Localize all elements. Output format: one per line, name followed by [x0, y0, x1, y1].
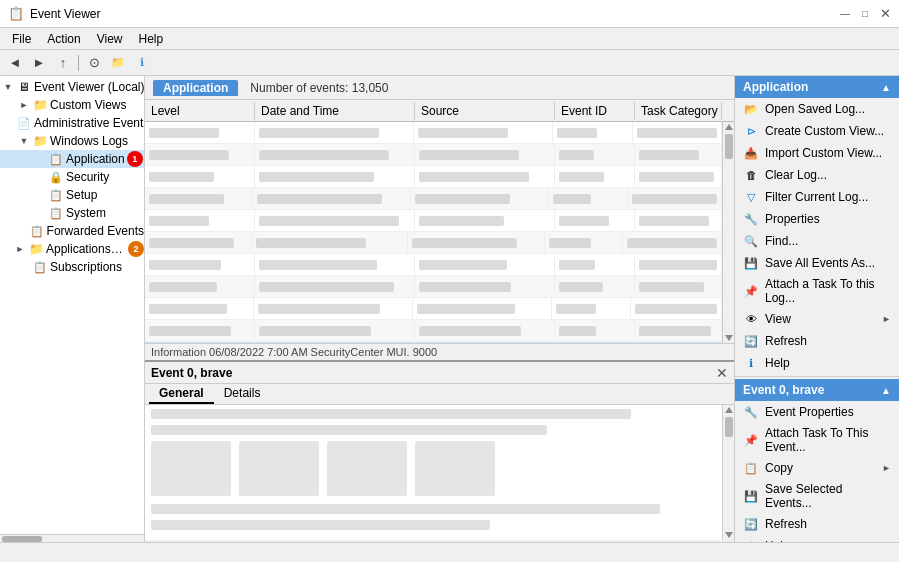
table-row[interactable] — [145, 188, 722, 210]
save-selected-icon: 💾 — [743, 488, 759, 504]
action-label: Help — [765, 356, 891, 370]
cell-source — [411, 188, 549, 209]
up-button[interactable]: ↑ — [52, 53, 74, 73]
forward-button[interactable]: ► — [28, 53, 50, 73]
action-attach-task-event[interactable]: 📌 Attach Task To This Event... — [735, 423, 899, 457]
action-open-saved[interactable]: 📂 Open Saved Log... — [735, 98, 899, 120]
action-help[interactable]: ℹ Help — [735, 352, 899, 374]
table-row[interactable] — [145, 232, 722, 254]
detail-scroll-up[interactable] — [725, 407, 733, 413]
folder-icon: 📁 — [32, 97, 48, 113]
cell-eventid — [555, 276, 635, 297]
action-filter-current[interactable]: ▽ Filter Current Log... — [735, 186, 899, 208]
action-help2[interactable]: ℹ Help ► — [735, 535, 899, 542]
table-row[interactable] — [145, 254, 722, 276]
folder-button[interactable]: 📁 — [107, 53, 129, 73]
table-row[interactable] — [145, 122, 722, 144]
cell-source — [413, 298, 552, 319]
action-copy[interactable]: 📋 Copy ► — [735, 457, 899, 479]
cell-source — [414, 122, 553, 143]
tree-item-security[interactable]: 🔒 Security — [0, 168, 144, 186]
action-import-custom[interactable]: 📥 Import Custom View... — [735, 142, 899, 164]
table-body[interactable] — [145, 122, 722, 343]
tree-item-setup[interactable]: 📋 Setup — [0, 186, 144, 204]
actions-collapse-icon[interactable]: ▲ — [881, 82, 891, 93]
tree-item-windows-logs[interactable]: ▼ 📁 Windows Logs — [0, 132, 144, 150]
minimize-button[interactable]: — — [839, 8, 851, 20]
detail-header: Event 0, brave ✕ — [145, 362, 734, 384]
blur-line-1 — [151, 409, 631, 419]
back-button[interactable]: ◄ — [4, 53, 26, 73]
tree-item-root[interactable]: ▼ 🖥 Event Viewer (Local) — [0, 78, 144, 96]
table-row[interactable] — [145, 210, 722, 232]
cell-eventid — [555, 166, 635, 187]
action-view[interactable]: 👁 View ► — [735, 308, 899, 330]
col-level-header[interactable]: Level — [145, 102, 255, 120]
action-event-properties[interactable]: 🔧 Event Properties — [735, 401, 899, 423]
action-refresh[interactable]: 🔄 Refresh — [735, 330, 899, 352]
info-button[interactable]: ℹ — [131, 53, 153, 73]
action-save-all[interactable]: 💾 Save All Events As... — [735, 252, 899, 274]
tree-item-application[interactable]: 📋 Application 1 — [0, 150, 144, 168]
col-source-header[interactable]: Source — [415, 102, 555, 120]
cell-task — [635, 166, 722, 187]
tree-horizontal-scrollbar[interactable] — [0, 534, 144, 542]
actions-section-event: Event 0, brave ▲ — [735, 379, 899, 401]
tree-item-system[interactable]: 📋 System — [0, 204, 144, 222]
tree-item-admin-events[interactable]: 📄 Administrative Events — [0, 114, 144, 132]
table-row[interactable] — [145, 144, 722, 166]
menu-file[interactable]: File — [4, 30, 39, 48]
action-clear-log[interactable]: 🗑 Clear Log... — [735, 164, 899, 186]
col-task-header[interactable]: Task Category — [635, 102, 722, 120]
col-eventid-header[interactable]: Event ID — [555, 102, 635, 120]
action-find[interactable]: 🔍 Find... — [735, 230, 899, 252]
maximize-button[interactable]: □ — [859, 8, 871, 20]
action-label: Copy — [765, 461, 876, 475]
cell-level — [145, 144, 255, 165]
cell-task — [633, 122, 722, 143]
action-properties[interactable]: 🔧 Properties — [735, 208, 899, 230]
menu-view[interactable]: View — [89, 30, 131, 48]
target-button[interactable]: ⊙ — [83, 53, 105, 73]
tab-details[interactable]: Details — [214, 384, 271, 404]
info-text: Information 06/08/2022 7:00 AM SecurityC… — [151, 346, 437, 358]
action-refresh2[interactable]: 🔄 Refresh — [735, 513, 899, 535]
center-panel: Application Number of events: 13,050 Lev… — [145, 76, 734, 542]
window-title: Event Viewer — [30, 7, 100, 21]
col-datetime-header[interactable]: Date and Time — [255, 102, 415, 120]
table-row-selected[interactable] — [145, 342, 722, 343]
tree-item-subscriptions[interactable]: 📋 Subscriptions — [0, 258, 144, 276]
detail-vertical-scrollbar[interactable] — [722, 405, 734, 540]
menu-bar: File Action View Help — [0, 28, 899, 50]
action-attach-task-log[interactable]: 📌 Attach a Task To this Log... — [735, 274, 899, 308]
actions-section-label: Application — [743, 80, 808, 94]
action-save-selected[interactable]: 💾 Save Selected Events... — [735, 479, 899, 513]
tree-label: Administrative Events — [34, 116, 144, 130]
detail-panel: Event 0, brave ✕ General Details — [145, 360, 734, 540]
detail-close-button[interactable]: ✕ — [716, 366, 728, 380]
scroll-down-arrow[interactable] — [725, 335, 733, 341]
scroll-up-arrow[interactable] — [725, 124, 733, 130]
menu-action[interactable]: Action — [39, 30, 88, 48]
arrow-icon — [13, 223, 29, 239]
table-row[interactable] — [145, 276, 722, 298]
tree-item-apps-services[interactable]: ► 📁 Applications and Services Lo 2 — [0, 240, 144, 258]
menu-help[interactable]: Help — [131, 30, 172, 48]
cell-task — [635, 210, 722, 231]
cell-source — [415, 276, 555, 297]
view-icon: 👁 — [743, 311, 759, 327]
close-button[interactable]: ✕ — [879, 8, 891, 20]
detail-scroll-down[interactable] — [725, 532, 733, 538]
table-vertical-scrollbar[interactable] — [722, 122, 734, 343]
tree-item-forwarded[interactable]: 📋 Forwarded Events — [0, 222, 144, 240]
table-row[interactable] — [145, 320, 722, 342]
cell-eventid — [545, 232, 623, 253]
action-create-custom[interactable]: ⊳ Create Custom View... — [735, 120, 899, 142]
tab-general[interactable]: General — [149, 384, 214, 404]
log-tab[interactable]: Application — [153, 80, 238, 96]
subscriptions-icon: 📋 — [32, 259, 48, 275]
tree-item-custom-views[interactable]: ► 📁 Custom Views — [0, 96, 144, 114]
event-collapse-icon[interactable]: ▲ — [881, 385, 891, 396]
table-row[interactable] — [145, 298, 722, 320]
table-row[interactable] — [145, 166, 722, 188]
